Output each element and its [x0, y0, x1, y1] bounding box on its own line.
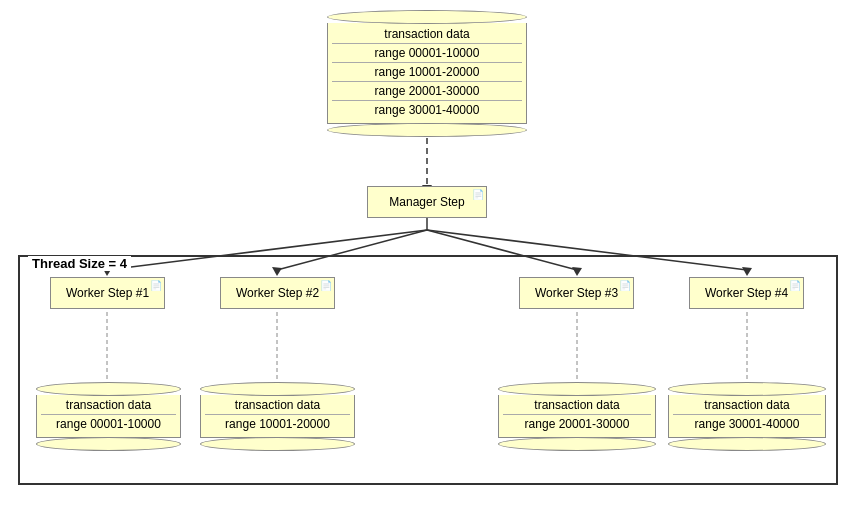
top-db-range-2: range 10001-20000 — [328, 63, 526, 81]
bottom-db-2-range: range 10001-20000 — [201, 415, 354, 433]
bottom-db-4-label: transaction data — [669, 395, 825, 414]
worker-step-4-label: Worker Step #4 — [705, 286, 788, 300]
bottom-db-2: transaction data range 10001-20000 — [200, 382, 355, 451]
top-db-range-1: range 00001-10000 — [328, 44, 526, 62]
bottom-db-1: transaction data range 00001-10000 — [36, 382, 181, 451]
worker-step-4: Worker Step #4 — [689, 277, 804, 309]
worker-step-2: Worker Step #2 — [220, 277, 335, 309]
worker-step-2-label: Worker Step #2 — [236, 286, 319, 300]
bottom-db-1-range: range 00001-10000 — [37, 415, 180, 433]
thread-size-label: Thread Size = 4 — [28, 256, 131, 271]
bottom-db-4-range: range 30001-40000 — [669, 415, 825, 433]
bottom-db-3: transaction data range 20001-30000 — [498, 382, 656, 451]
bottom-db-2-label: transaction data — [201, 395, 354, 414]
bottom-db-4: transaction data range 30001-40000 — [668, 382, 826, 451]
top-db-range-4: range 30001-40000 — [328, 101, 526, 119]
manager-step-label: Manager Step — [389, 195, 464, 209]
top-database: transaction data range 00001-10000 range… — [327, 10, 527, 137]
worker-step-1-label: Worker Step #1 — [66, 286, 149, 300]
bottom-db-3-range: range 20001-30000 — [499, 415, 655, 433]
worker-step-3: Worker Step #3 — [519, 277, 634, 309]
manager-step-box: Manager Step — [367, 186, 487, 218]
top-db-label: transaction data — [328, 23, 526, 43]
bottom-db-1-label: transaction data — [37, 395, 180, 414]
bottom-db-3-label: transaction data — [499, 395, 655, 414]
worker-step-1: Worker Step #1 — [50, 277, 165, 309]
diagram-container: transaction data range 00001-10000 range… — [0, 0, 855, 505]
top-db-range-3: range 20001-30000 — [328, 82, 526, 100]
worker-step-3-label: Worker Step #3 — [535, 286, 618, 300]
